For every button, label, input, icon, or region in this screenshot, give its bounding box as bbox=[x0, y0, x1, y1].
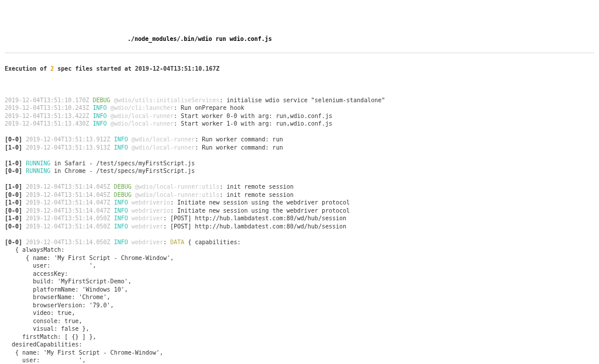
timestamp: 2019-12-04T13:51:14.050Z bbox=[26, 239, 111, 245]
log-source: @wdio/local-runner:utils bbox=[135, 183, 220, 190]
log-message: : init remote session bbox=[219, 183, 293, 190]
timestamp: 2019-12-04T13:51:14.045Z bbox=[26, 183, 111, 190]
blank bbox=[5, 81, 594, 89]
timestamp: 2019-12-04T13:51:10.170Z bbox=[5, 97, 89, 103]
log-line: [1-0] 2019-12-04T13:51:14.047Z INFO webd… bbox=[5, 199, 594, 207]
running-target: in Chrome - /test/specs/myFirstScript.js bbox=[50, 168, 195, 174]
caps-body-line: user: ', bbox=[5, 356, 594, 364]
log-level: INFO bbox=[114, 144, 128, 151]
log-source: @wdio/local-runner:utils bbox=[135, 192, 220, 198]
log-block-initial: 2019-12-04T13:51:10.170Z DEBUG @wdio/uti… bbox=[5, 96, 594, 128]
log-level: INFO bbox=[114, 215, 128, 221]
log-message: : Start worker 1-0 with arg: run,wdio.co… bbox=[174, 120, 332, 127]
log-level: DEBUG bbox=[93, 97, 111, 103]
caps-body-line: firstMatch: [ {} ] }, bbox=[5, 333, 594, 341]
log-level: INFO bbox=[114, 207, 128, 214]
worker-id: [1-0] bbox=[5, 160, 22, 167]
log-message: : Run worker command: run bbox=[195, 136, 283, 143]
log-source: @wdio/cli:launcher bbox=[111, 105, 174, 111]
worker-id: [0-0] bbox=[5, 239, 22, 245]
worker-id: [1-0] bbox=[5, 215, 22, 221]
caps-body-line: desiredCapabilities: bbox=[5, 341, 594, 349]
worker-id: [1-0] bbox=[5, 199, 22, 206]
running-line: [0-0] RUNNING in Chrome - /test/specs/my… bbox=[5, 167, 594, 175]
log-line: [0-0] 2019-12-04T13:51:14.047Z INFO webd… bbox=[5, 207, 594, 215]
log-line: [0-0] 2019-12-04T13:51:14.050Z INFO webd… bbox=[5, 223, 594, 231]
caps-body-line: console: true, bbox=[5, 317, 594, 325]
log-source: webdriver bbox=[132, 223, 163, 230]
log-source: webdriverio bbox=[132, 199, 170, 206]
log-level: DEBUG bbox=[114, 183, 132, 190]
log-level: DEBUG bbox=[114, 192, 132, 198]
worker-id: [0-0] bbox=[5, 192, 22, 198]
log-level: INFO bbox=[114, 199, 128, 206]
command-header: ./node_modules/.bin/wdio run wdio.conf.j… bbox=[128, 35, 594, 43]
caps-body-line: user: ', bbox=[5, 262, 594, 270]
log-level: INFO bbox=[114, 223, 128, 230]
log-source: webdriver bbox=[132, 215, 163, 221]
log-block-caps-chrome: [0-0] 2019-12-04T13:51:14.050Z INFO webd… bbox=[5, 238, 594, 365]
caps-body-line: accessKey: bbox=[5, 270, 594, 278]
caps-head-msg: { capabilities: bbox=[184, 239, 240, 245]
log-source: @wdio/local-runner bbox=[132, 136, 195, 143]
log-line: [1-0] 2019-12-04T13:51:14.050Z INFO webd… bbox=[5, 214, 594, 223]
timestamp: 2019-12-04T13:51:14.050Z bbox=[26, 215, 111, 221]
status-running: RUNNING bbox=[26, 160, 50, 167]
log-block-workers: [0-0] 2019-12-04T13:51:13.912Z INFO @wdi… bbox=[5, 136, 594, 151]
worker-id: [1-0] bbox=[5, 144, 22, 151]
timestamp: 2019-12-04T13:51:14.047Z bbox=[26, 199, 111, 206]
timestamp: 2019-12-04T13:51:10.243Z bbox=[5, 105, 89, 111]
caps-body-line: visual: false }, bbox=[5, 325, 594, 333]
log-message: : Run onPrepare hook bbox=[174, 105, 244, 111]
log-line: 2019-12-04T13:51:13.422Z INFO @wdio/loca… bbox=[5, 112, 594, 120]
worker-id: [0-0] bbox=[5, 168, 22, 174]
log-source: @wdio/local-runner bbox=[111, 113, 174, 119]
log-message: : initialise wdio service "selenium-stan… bbox=[219, 97, 385, 103]
timestamp: 2019-12-04T13:51:13.913Z bbox=[26, 144, 111, 151]
caps-body-line: { name: 'My First Script - Chrome-Window… bbox=[5, 254, 594, 262]
data-keyword: DATA bbox=[170, 239, 184, 245]
log-line: 2019-12-04T13:51:10.243Z INFO @wdio/cli:… bbox=[5, 104, 594, 112]
timestamp: 2019-12-04T13:51:14.050Z bbox=[26, 223, 111, 230]
timestamp: 2019-12-04T13:51:14.047Z bbox=[26, 207, 111, 214]
timestamp: 2019-12-04T13:51:13.430Z bbox=[5, 120, 89, 127]
log-source: @wdio/local-runner bbox=[132, 144, 195, 151]
log-message: : Initiate new session using the webdriv… bbox=[170, 199, 350, 206]
caps-body-line: browserVersion: '79.0', bbox=[5, 301, 594, 310]
timestamp: 2019-12-04T13:51:13.912Z bbox=[26, 136, 111, 143]
caps-body-line: browserName: 'Chrome', bbox=[5, 293, 594, 301]
log-message: : Start worker 0-0 with arg: run,wdio.co… bbox=[174, 113, 332, 119]
timestamp: 2019-12-04T13:51:14.045Z bbox=[26, 192, 111, 198]
log-source: @wdio/local-runner bbox=[111, 120, 174, 127]
log-level: INFO bbox=[114, 239, 128, 245]
log-line: [0-0] 2019-12-04T13:51:14.045Z DEBUG @wd… bbox=[5, 191, 594, 199]
divider bbox=[5, 53, 594, 53]
caps-header: [0-0] 2019-12-04T13:51:14.050Z INFO webd… bbox=[5, 238, 594, 247]
worker-id: [0-0] bbox=[5, 223, 22, 230]
caps-body-line: platformName: 'Windows 10', bbox=[5, 286, 594, 294]
log-source: webdriver bbox=[132, 239, 163, 245]
log-level: INFO bbox=[114, 136, 128, 143]
caps-body-line: build: 'MyFirstScript-Demo', bbox=[5, 278, 594, 286]
caps-body-line: { alwaysMatch: bbox=[5, 246, 594, 254]
running-target: in Safari - /test/specs/myFirstScript.js bbox=[50, 160, 195, 167]
log-source: webdriverio bbox=[132, 207, 170, 214]
caps-body-line: video: true, bbox=[5, 309, 594, 317]
worker-id: [0-0] bbox=[5, 207, 22, 214]
log-message: : [POST] http://hub.lambdatest.com:80/wd… bbox=[163, 223, 346, 230]
caps-body-line: { name: 'My First Script - Chrome-Window… bbox=[5, 349, 594, 357]
status-running: RUNNING bbox=[26, 168, 50, 174]
log-block-session: [1-0] 2019-12-04T13:51:14.045Z DEBUG @wd… bbox=[5, 183, 594, 230]
log-message: : Initiate new session using the webdriv… bbox=[170, 207, 350, 214]
log-message: : [POST] http://hub.lambdatest.com:80/wd… bbox=[163, 215, 346, 221]
log-line: [0-0] 2019-12-04T13:51:13.912Z INFO @wdi… bbox=[5, 136, 594, 144]
running-line: [1-0] RUNNING in Safari - /test/specs/my… bbox=[5, 160, 594, 168]
log-source: @wdio/utils:initialiseServices bbox=[114, 97, 220, 103]
log-block-running: [1-0] RUNNING in Safari - /test/specs/my… bbox=[5, 160, 594, 175]
log-level: INFO bbox=[93, 120, 107, 127]
timestamp: 2019-12-04T13:51:13.422Z bbox=[5, 113, 89, 119]
log-line: [1-0] 2019-12-04T13:51:13.913Z INFO @wdi… bbox=[5, 144, 594, 152]
log-level: INFO bbox=[93, 105, 107, 111]
execution-summary: Execution of 2 spec files started at 201… bbox=[5, 65, 594, 73]
worker-id: [0-0] bbox=[5, 136, 22, 143]
